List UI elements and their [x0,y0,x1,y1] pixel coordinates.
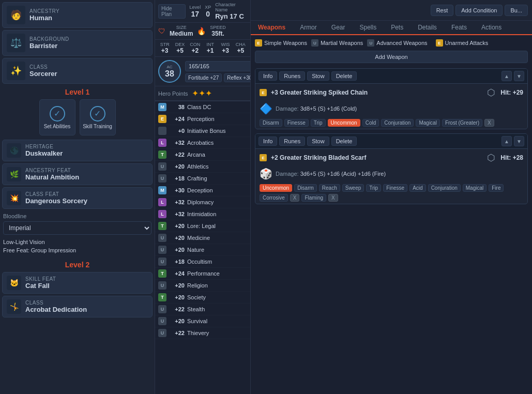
level2-header: Level 2 [2,261,153,269]
weapon-delete-button[interactable]: Delete [331,137,357,146]
speed-label: SPEED [210,25,226,30]
skill-bonus: +22 [169,306,185,312]
int-score[interactable]: INT +1 [204,42,217,54]
perception-rank: E [158,115,166,123]
weapon-runes-button[interactable]: Runes [279,137,305,146]
skill-row[interactable]: U +20 Religion [155,280,250,292]
cha-score[interactable]: CHA +5 [234,42,247,54]
set-abilities-button[interactable]: ✓ Set Abilities [39,99,75,135]
hero-stars[interactable]: ✦✦✦ [192,88,212,98]
ancestry-feat-item[interactable]: 🌿 Ancestry Feat Natural Ambition [2,163,153,185]
hp-bar[interactable]: 165/165 [185,61,251,71]
add-condition-button[interactable]: Add Condition [455,5,503,16]
skill-row[interactable]: U +18 Crafting [155,173,250,185]
custom-button[interactable]: Bu... [505,5,528,16]
heritage-item[interactable]: 🌑 Heritage Duskwalker [2,140,153,161]
skill-row[interactable]: T +20 Society [155,292,250,304]
tab-bar: WeaponsArmorGearSpellsPetsDetailsFeatsAc… [251,21,532,35]
tab-armor[interactable]: Armor [293,21,324,35]
tab-feats[interactable]: Feats [444,21,474,35]
char-name-value: Ryn 17 C [215,12,247,20]
skill-row[interactable]: T +24 Performance [155,268,250,280]
tag: Finesse [284,119,309,127]
weapon-info-button[interactable]: Info [259,71,277,81]
str-score[interactable]: STR +3 [158,42,171,54]
tag: Magical [416,119,439,127]
size-label: SIZE [176,25,187,30]
skill-name: Lore: Legal [187,223,247,229]
skill-row[interactable]: L +32 Acrobatics [155,137,250,149]
ancestry-item[interactable]: 🧑 Ancestry Human [2,2,153,28]
skill-row[interactable]: U +22 Thievery [155,327,250,339]
speed-value: 35ft. [211,30,224,37]
reflex-save[interactable]: Reflex +30 [224,73,251,82]
right-header: Rest Add Condition Bu... [251,0,532,21]
tag-remove[interactable]: X [290,194,300,202]
hp-value: 165/165 [189,63,209,69]
weapon-up-arrow[interactable]: ▲ [501,71,512,81]
acrobat-feat-item[interactable]: 🤸 Class Acrobat Dedication [2,296,153,317]
tab-spells[interactable]: Spells [352,21,384,35]
skill-training-button[interactable]: ✓ Skill Training [80,99,116,135]
class-dc-row[interactable]: M 38 Class DC [155,101,250,113]
skill-row[interactable]: U +20 Survival [155,315,250,327]
class-feat-item[interactable]: 💥 Class Feat Dangerous Sorcery [2,187,153,209]
tab-weapons[interactable]: Weapons [251,21,293,35]
hide-plan-button[interactable]: Hide Plan [158,4,186,19]
background-item[interactable]: ⚖️ Background Barrister [2,30,153,56]
rest-button[interactable]: Rest [431,5,454,16]
skill-row[interactable]: U +20 Nature [155,244,250,256]
tag-remove[interactable]: X [328,194,338,202]
skill-row[interactable]: L +32 Intimidation [155,208,250,220]
skill-row[interactable]: L +32 Diplomacy [155,196,250,208]
prof-rank: E [436,39,443,47]
skill-row[interactable]: U +20 Athletics [155,161,250,173]
class-label: Class [29,64,57,70]
skill-row[interactable]: U +22 Stealth [155,304,250,315]
tag: Reach [319,184,340,192]
con-score[interactable]: CON +2 [189,42,202,54]
add-weapon-button[interactable]: Add Weapon [255,51,528,63]
skill-name: Diplomacy [187,199,247,205]
right-header-actions: Rest Add Condition Bu... [431,5,528,16]
tag-uncommon: Uncommon [260,184,292,192]
weapon-info-button[interactable]: Info [259,137,277,146]
skill-row[interactable]: U +20 Medicine [155,232,250,244]
weapon-name: +2 Greater Striking Bladed Scarf [271,154,483,161]
tab-gear[interactable]: Gear [324,21,353,35]
tab-pets[interactable]: Pets [384,21,411,35]
size-icon: 🛡 [158,27,165,35]
bloodline-label: Bloodline [3,213,151,219]
initiative-row[interactable]: +0 Initiative Bonus [155,125,250,137]
tag-remove[interactable]: X [484,119,494,127]
perception-label: Perception [187,116,247,122]
skill-row[interactable]: M +30 Deception [155,185,250,196]
bloodline-select[interactable]: Imperial [3,221,151,235]
skill-row[interactable]: T +20 Lore: Legal [155,220,250,232]
left-panel: 🧑 Ancestry Human ⚖️ Background Barrister… [0,0,155,394]
skill-row[interactable]: U +18 Occultism [155,256,250,268]
class-item[interactable]: ✨ Class Sorcerer [2,58,153,84]
hp-section: 165/165 Fortitude +27 Reflex +30 Will +2… [185,61,251,82]
weapon-stow-button[interactable]: Stow [307,137,329,146]
wis-score[interactable]: WIS +3 [219,42,232,54]
weapon-runes-button[interactable]: Runes [279,71,305,81]
skill-bonus: +32 [169,211,185,217]
acrobat-feat-value: Acrobat Dedication [25,306,87,313]
skill-row[interactable]: T +22 Arcana [155,149,250,161]
tab-details[interactable]: Details [411,21,444,35]
ac-shield[interactable]: AC 38 [158,60,181,83]
weapon-stow-button[interactable]: Stow [307,71,329,81]
ancestry-icon: 🧑 [7,6,25,24]
fortitude-save[interactable]: Fortitude +27 [185,73,222,82]
weapon-up-arrow[interactable]: ▲ [501,136,512,146]
weapon-main-row: E +3 Greater Striking Spiked Chain ⬡ Hit… [255,84,527,101]
dex-score[interactable]: DEX +5 [173,42,186,54]
weapon-down-arrow[interactable]: ▼ [514,136,524,146]
skill-feat-item[interactable]: 🐱 Skill Feat Cat Fall [2,272,153,294]
perception-row[interactable]: E +24 Perception [155,113,250,125]
class-dc-rank: M [158,103,166,111]
weapon-down-arrow[interactable]: ▼ [514,71,524,81]
tab-actions[interactable]: Actions [474,21,509,35]
weapon-delete-button[interactable]: Delete [331,71,357,81]
